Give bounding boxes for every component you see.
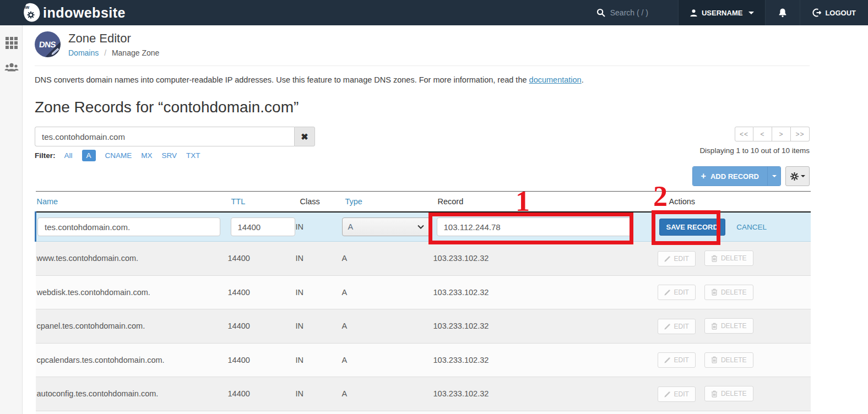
logout-button[interactable]: LOGOUT bbox=[800, 0, 868, 25]
record-class: IN bbox=[295, 242, 341, 276]
edit-record-button[interactable]: EDIT bbox=[658, 386, 696, 402]
zone-search-input[interactable] bbox=[35, 127, 294, 146]
trash-icon bbox=[711, 390, 718, 397]
column-header-name[interactable]: Name bbox=[36, 192, 227, 213]
record-class: IN bbox=[295, 275, 341, 309]
zone-records-heading: Zone Records for “contohdomain.com” bbox=[35, 99, 810, 116]
filter-a[interactable]: A bbox=[82, 150, 96, 161]
dns-records-table: Name TTL Class Type Record Actions IN A bbox=[35, 191, 811, 414]
search-icon bbox=[596, 8, 605, 17]
dns-zone-editor-icon: DNS bbox=[35, 31, 61, 57]
delete-record-button[interactable]: DELETE bbox=[704, 285, 753, 300]
record-class-value: IN bbox=[295, 212, 341, 242]
pencil-icon bbox=[664, 391, 671, 397]
sidebar-item-users[interactable] bbox=[0, 55, 23, 79]
brand-logo[interactable]: iw indowebsite bbox=[0, 0, 126, 25]
main-content: DNS Zone Editor Domains / Manage Zone DN… bbox=[23, 25, 868, 414]
record-ttl: 14400 bbox=[227, 242, 295, 276]
user-menu[interactable]: USERNAME bbox=[678, 0, 766, 25]
notifications-button[interactable] bbox=[766, 0, 800, 25]
record-ttl: 14400 bbox=[227, 377, 295, 411]
record-value-input[interactable] bbox=[437, 217, 633, 236]
delete-record-button[interactable]: DELETE bbox=[704, 386, 753, 401]
record-ttl: 14400 bbox=[227, 343, 295, 377]
delete-record-button[interactable]: DELETE bbox=[704, 352, 753, 368]
pencil-icon bbox=[664, 357, 671, 363]
apps-grid-icon bbox=[6, 37, 18, 49]
global-search[interactable]: Search ( / ) bbox=[589, 0, 656, 25]
record-name: cpanel.tes.contohdomain.com. bbox=[36, 309, 227, 344]
filter-srv[interactable]: SRV bbox=[162, 151, 177, 160]
table-row: whm.tes.contohdomain.com. 14400 IN A 103… bbox=[36, 411, 811, 414]
trash-icon bbox=[711, 356, 718, 363]
sidebar-item-apps[interactable] bbox=[0, 31, 23, 55]
clear-search-button[interactable]: ✖ bbox=[294, 127, 315, 146]
table-row: autoconfig.tes.contohdomain.com. 14400 I… bbox=[36, 377, 811, 411]
breadcrumb-domains-link[interactable]: Domains bbox=[68, 48, 99, 57]
record-name-input[interactable] bbox=[37, 217, 220, 236]
record-name: webdisk.tes.contohdomain.com. bbox=[36, 275, 227, 309]
chevron-down-icon bbox=[801, 175, 805, 177]
table-row: cpcalendars.tes.contohdomain.com. 14400 … bbox=[36, 343, 811, 377]
column-header-ttl[interactable]: TTL bbox=[227, 192, 295, 213]
last-page-button[interactable]: >> bbox=[791, 127, 810, 141]
pagination-status: Displaying 1 to 10 out of 10 items bbox=[692, 146, 810, 155]
pagination-and-actions: <<<>>> Displaying 1 to 10 out of 10 item… bbox=[692, 127, 810, 186]
gear-icon bbox=[790, 172, 799, 181]
filter-txt[interactable]: TXT bbox=[186, 151, 200, 160]
record-type: A bbox=[341, 343, 432, 377]
column-header-class: Class bbox=[295, 192, 341, 213]
record-class: IN bbox=[295, 343, 341, 377]
filter-all[interactable]: All bbox=[64, 151, 73, 160]
trash-icon bbox=[711, 323, 718, 330]
record-type: A bbox=[341, 242, 432, 276]
documentation-link[interactable]: documentation bbox=[529, 75, 582, 84]
delete-record-button[interactable]: DELETE bbox=[704, 250, 753, 266]
filter-label: Filter: bbox=[35, 151, 56, 160]
pencil-badge-icon bbox=[51, 47, 59, 55]
logout-icon bbox=[812, 8, 821, 17]
edit-record-button[interactable]: EDIT bbox=[658, 352, 696, 368]
brand-name: indowebsite bbox=[43, 5, 126, 21]
breadcrumb: Domains / Manage Zone bbox=[68, 48, 159, 57]
bell-icon bbox=[778, 8, 788, 18]
record-edit-row: IN A SAVE RECORD CANCEL bbox=[36, 212, 811, 242]
pencil-icon bbox=[664, 289, 671, 296]
filter-mx[interactable]: MX bbox=[141, 151, 152, 160]
zone-search-group: ✖ bbox=[35, 127, 315, 146]
filter-cname[interactable]: CNAME bbox=[105, 151, 132, 160]
trash-icon bbox=[711, 288, 718, 296]
save-record-button[interactable]: SAVE RECORD bbox=[659, 219, 725, 236]
pencil-icon bbox=[664, 323, 671, 330]
logout-label: LOGOUT bbox=[825, 9, 856, 17]
svg-text:iw: iw bbox=[25, 5, 30, 10]
record-name: autoconfig.tes.contohdomain.com. bbox=[36, 377, 227, 411]
edit-record-button[interactable]: EDIT bbox=[658, 285, 696, 300]
edit-record-button[interactable]: EDIT bbox=[658, 251, 696, 266]
filter-links: AllACNAMEMXSRVTXT bbox=[64, 151, 210, 160]
users-group-icon bbox=[4, 62, 19, 73]
close-icon: ✖ bbox=[301, 132, 308, 142]
record-type: A bbox=[341, 275, 432, 309]
record-class: IN bbox=[295, 377, 341, 411]
column-header-type[interactable]: Type bbox=[341, 192, 432, 213]
record-ttl-input[interactable] bbox=[231, 217, 295, 236]
record-ttl: 14400 bbox=[227, 275, 295, 309]
add-record-dropdown-toggle[interactable] bbox=[767, 167, 780, 186]
prev-page-button[interactable]: < bbox=[753, 127, 772, 141]
record-ttl: 14400 bbox=[227, 309, 295, 344]
record-type-select[interactable]: A bbox=[342, 217, 430, 236]
record-type: A bbox=[341, 377, 432, 411]
delete-record-button[interactable]: DELETE bbox=[704, 318, 753, 334]
add-record-button[interactable]: + ADD RECORD bbox=[693, 167, 767, 186]
next-page-button[interactable]: > bbox=[772, 127, 791, 141]
record-ttl: 14400 bbox=[227, 411, 295, 414]
record-value: 103.233.102.32 bbox=[432, 377, 657, 411]
first-page-button[interactable]: << bbox=[735, 127, 753, 141]
edit-record-button[interactable]: EDIT bbox=[658, 319, 696, 334]
table-settings-button[interactable] bbox=[785, 166, 810, 186]
cancel-link[interactable]: CANCEL bbox=[736, 223, 767, 231]
record-type: A bbox=[341, 309, 432, 344]
left-sidebar bbox=[0, 25, 23, 414]
chevron-down-icon bbox=[772, 175, 777, 177]
